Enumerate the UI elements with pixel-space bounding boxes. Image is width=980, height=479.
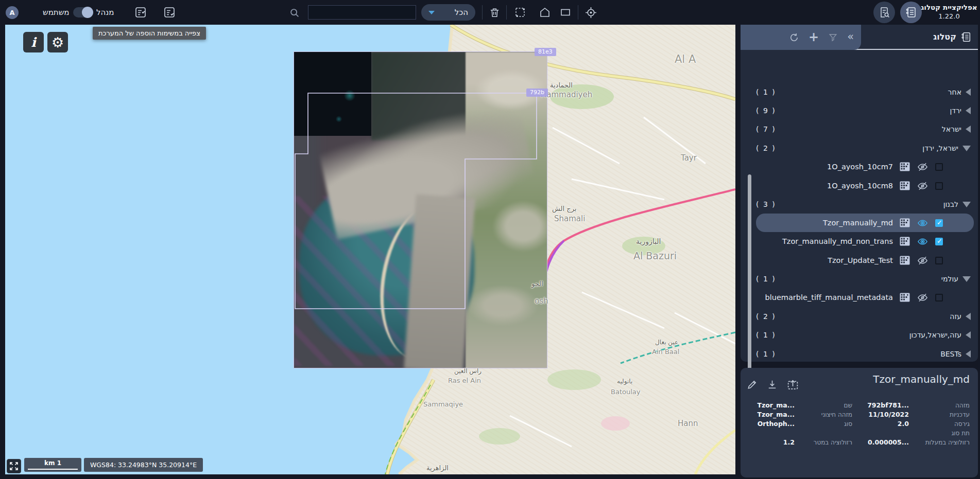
trash-icon (489, 7, 501, 19)
tree-item-bluemarble[interactable]: bluemarble_tiff_manual_metadata (741, 288, 978, 307)
raster-grid-icon[interactable] (900, 218, 910, 227)
tree-item-ayosh8[interactable]: 1O_ayosh_10cm8 (741, 176, 978, 195)
tree-group-jordan[interactable]: ירדן ( 9 ) (741, 101, 978, 120)
collapsed-triangle-icon[interactable] (966, 331, 971, 339)
system-tasks-button[interactable] (133, 5, 148, 20)
collapsed-triangle-icon[interactable] (966, 107, 971, 114)
publish-button[interactable] (786, 378, 799, 391)
visibility-off-icon[interactable] (917, 180, 929, 192)
search-results-panel-button[interactable] (873, 2, 895, 23)
filter-button[interactable] (828, 32, 838, 42)
group-label: אחר (948, 88, 961, 96)
download-button[interactable] (766, 378, 778, 391)
marquee-select-button[interactable] (513, 5, 527, 20)
add-layer-button[interactable]: + (809, 31, 819, 43)
search-icon (287, 6, 302, 20)
edit-button[interactable] (746, 378, 758, 391)
search-input[interactable] (308, 5, 416, 20)
expanded-triangle-icon[interactable] (962, 202, 971, 207)
rectangle-icon (559, 6, 572, 19)
collapsed-triangle-icon[interactable] (966, 350, 971, 358)
tree-group-gaza[interactable]: עזה ( 2 ) (741, 307, 978, 326)
raster-grid-icon[interactable] (900, 256, 910, 265)
map-label-hann: Hann (678, 419, 698, 428)
polygon-icon (539, 6, 551, 19)
satellite-layer-overlay[interactable] (294, 51, 547, 368)
group-count: ( 7 ) (756, 125, 776, 133)
field-label-subtype: תת סוג (909, 430, 970, 437)
visibility-on-icon[interactable] (917, 217, 929, 229)
info-button[interactable]: i (23, 32, 44, 52)
refresh-button[interactable] (789, 32, 799, 43)
group-label: ירדן (950, 107, 962, 115)
metadata-fields: מזהה 792bf781... שם Tzor_ma... עדכניות 1… (741, 402, 978, 446)
map-label-bazuri-ar: البازورية (636, 237, 661, 245)
collapse-panel-button[interactable]: » (847, 31, 854, 42)
tree-group-gaza-israel-update[interactable]: עזה,ישראל,עדכון ( 1 ) (741, 326, 978, 344)
rectangle-draw-button[interactable] (558, 5, 573, 20)
collapsed-triangle-icon[interactable] (966, 88, 971, 96)
layer-checkbox[interactable] (935, 182, 943, 190)
layer-checkbox[interactable] (935, 294, 943, 301)
visibility-off-icon[interactable] (917, 292, 929, 304)
tab-catalog[interactable]: קטלוג (933, 25, 972, 49)
layer-checkbox[interactable] (935, 163, 943, 171)
polygon-draw-button[interactable] (538, 5, 552, 20)
field-label-resolution-m: רזולוציה במטר (795, 439, 852, 446)
raster-grid-icon[interactable] (900, 181, 910, 190)
group-count: ( 1 ) (756, 350, 776, 358)
tree-group-other[interactable]: אחר ( 1 ) (741, 83, 978, 101)
collapsed-triangle-icon[interactable] (966, 126, 971, 133)
group-label: עזה,ישראל,עדכון (909, 331, 961, 339)
tree-item-tzor-manually-md-selected[interactable]: Tzor_manually_md (756, 214, 974, 232)
tree-group-israel-jordan[interactable]: ישראל, ירדן ( 2 ) (741, 139, 978, 157)
map-label-zahrieh-ar: الزاهرية (426, 464, 449, 472)
delete-selection-button[interactable] (487, 5, 502, 20)
layer-checkbox-checked[interactable] (935, 219, 943, 227)
raster-grid-icon[interactable] (900, 162, 910, 171)
app-title-block: אפליקציית קטלוג 1.22.0 (920, 3, 978, 21)
field-label-currency: עדכניות (909, 411, 970, 418)
collapsed-triangle-icon[interactable] (966, 313, 971, 320)
tree-item-tzor-non-trans[interactable]: Tzor_manually_md_non_trans (741, 232, 978, 251)
group-label: ישראל, ירדן (922, 144, 958, 152)
fullscreen-button[interactable] (7, 459, 21, 473)
map-canvas[interactable]: 81e3 792b Al A الحمادية Hammadiyeh Tayr … (5, 25, 735, 474)
layer-name: 1O_ayosh_10cm8 (827, 182, 893, 190)
admin-mode-toggle[interactable] (73, 7, 93, 17)
tree-group-global[interactable]: עולמי ( 1 ) (741, 270, 978, 288)
locate-button[interactable] (583, 5, 598, 20)
catalog-panel: קטלוג » + (741, 25, 978, 362)
tree-item-tzor-update-test[interactable]: Tzor_Update_Test (741, 251, 978, 270)
catalog-panel-button[interactable] (900, 2, 922, 23)
visibility-on-icon[interactable] (917, 236, 929, 247)
expanded-triangle-icon[interactable] (962, 146, 971, 151)
refresh-icon (789, 32, 799, 43)
tree-group-israel[interactable]: ישראל ( 7 ) (741, 120, 978, 138)
visibility-off-icon[interactable] (917, 255, 929, 267)
map-label-tayr: Tayr (681, 153, 697, 163)
tree-item-ayosh7[interactable]: 1O_ayosh_10cm7 (741, 157, 978, 176)
layer-checkbox[interactable] (935, 257, 943, 264)
search-filter-dropdown[interactable]: הכל (421, 4, 475, 21)
settings-button[interactable]: ⚙ (47, 32, 68, 52)
visibility-off-icon[interactable] (917, 161, 929, 173)
upload-icon (786, 378, 799, 391)
expand-arrows-icon (9, 462, 19, 471)
map-label-shamali: Shamali (554, 214, 585, 223)
tooltip: צפייה במשימות הוספה של המערכת (93, 27, 206, 40)
layer-name: Tzor_manually_md_non_trans (782, 237, 893, 245)
app-version: 1.22.0 (920, 12, 978, 21)
layer-checkbox-checked[interactable] (935, 238, 943, 245)
toggle-knob (82, 7, 93, 18)
tree-group-bests[interactable]: BESTs ( 1 ) (741, 345, 978, 363)
export-tasks-button[interactable] (162, 5, 177, 20)
avatar[interactable]: A (6, 6, 19, 19)
expanded-triangle-icon[interactable] (962, 276, 971, 282)
raster-grid-icon[interactable] (900, 293, 910, 302)
field-value-resolution-deg: 0.000005... (852, 439, 909, 446)
tree-group-lebanon[interactable]: לבנון ( 3 ) (741, 195, 978, 214)
raster-grid-icon[interactable] (900, 237, 910, 246)
map-label-raselain-ar: راس العين (454, 367, 482, 375)
group-label: לבנון (943, 200, 958, 208)
